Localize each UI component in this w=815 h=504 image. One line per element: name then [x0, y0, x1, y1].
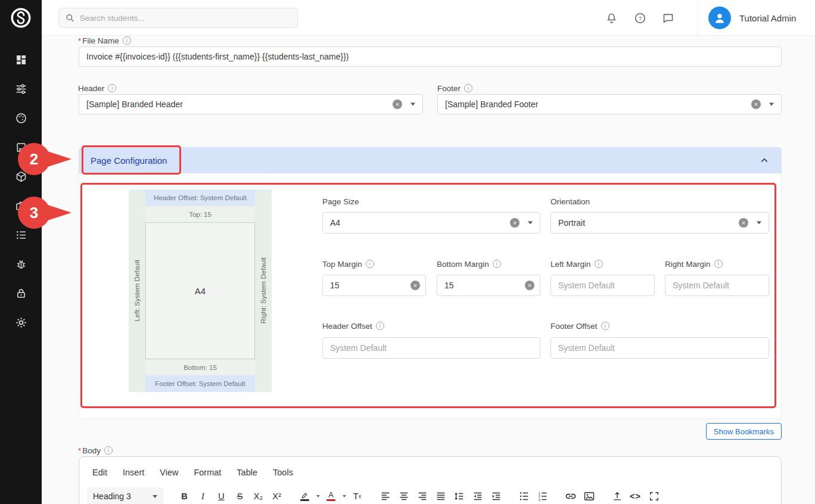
footer-offset-input[interactable] [550, 337, 769, 359]
chevron-down-icon[interactable] [410, 103, 415, 106]
left-margin-input[interactable] [550, 275, 655, 296]
search-input[interactable] [80, 14, 291, 23]
highlight-color-menu[interactable] [314, 487, 322, 504]
text-color-menu[interactable] [340, 487, 348, 504]
clear-icon[interactable]: × [739, 218, 748, 228]
file-name-label: * File Name i [78, 36, 131, 45]
palette-icon [15, 112, 27, 125]
numbered-list-button[interactable]: 1 2 3 [533, 487, 552, 504]
chevron-up-icon[interactable] [759, 155, 770, 166]
info-icon[interactable]: i [601, 322, 609, 330]
chevron-down-icon[interactable] [757, 222, 761, 225]
editor-menubar: Edit Insert View Format Table Tools [79, 461, 781, 484]
list-group: 1 2 3 [515, 487, 552, 504]
align-left-button[interactable] [376, 487, 394, 504]
sidebar-item-lock[interactable] [0, 279, 42, 308]
italic-button[interactable]: I [194, 487, 212, 504]
page-configuration-title: Page Configuration [91, 155, 167, 166]
notifications-button[interactable] [601, 7, 622, 29]
header-label: Header i [78, 83, 116, 93]
outdent-button[interactable] [468, 487, 487, 504]
info-icon[interactable]: i [714, 260, 723, 268]
align-center-icon [399, 491, 409, 502]
page-size-select[interactable]: A4 × [322, 212, 540, 234]
color-group: A Tx [295, 487, 366, 504]
strikethrough-button[interactable]: S [231, 487, 249, 504]
left-margin-label: Left Margini [550, 259, 603, 269]
text-color-button[interactable]: A [322, 487, 340, 504]
menu-view[interactable]: View [160, 468, 178, 477]
person-icon [713, 11, 727, 25]
clear-icon[interactable]: × [393, 99, 402, 109]
header-offset-input[interactable] [322, 337, 540, 359]
align-right-button[interactable] [413, 487, 431, 504]
footer-select[interactable]: [Sample] Branded Footer × [437, 94, 782, 114]
clear-formatting-button[interactable]: Tx [348, 487, 366, 504]
align-right-icon [417, 491, 428, 502]
format-select[interactable]: Heading 3 [87, 487, 163, 504]
clear-icon[interactable]: × [510, 218, 520, 228]
page-configuration-body: Left: System Default Right: System Defau… [79, 173, 782, 419]
menu-edit[interactable]: Edit [92, 468, 107, 477]
link-button[interactable] [561, 487, 580, 504]
show-bookmarks-button[interactable]: Show Bookmarks [706, 423, 782, 440]
menu-insert[interactable]: Insert [123, 468, 144, 477]
menu-format[interactable]: Format [194, 468, 221, 477]
clear-icon[interactable]: × [525, 281, 534, 290]
indent-button[interactable] [487, 487, 505, 504]
sidebar-item-tune[interactable] [0, 74, 42, 104]
avatar[interactable] [708, 7, 731, 29]
clear-icon[interactable]: × [410, 281, 420, 290]
subscript-button[interactable]: X₂ [249, 487, 267, 504]
header-select[interactable]: [Sample] Branded Header × [79, 94, 423, 114]
right-margin-input[interactable] [665, 275, 769, 296]
sidebar-item-settings[interactable] [0, 308, 42, 337]
chevron-down-icon[interactable] [769, 103, 774, 106]
align-center-button[interactable] [394, 487, 413, 504]
editor-toolbar: Heading 3 B I U S X₂ X² [79, 484, 781, 504]
highlighter-icon [301, 491, 309, 499]
sidebar-item-bug-report[interactable] [0, 250, 42, 279]
app-logo[interactable] [0, 0, 42, 36]
superscript-button[interactable]: X² [267, 487, 286, 504]
line-height-button[interactable] [450, 487, 468, 504]
info-icon[interactable]: i [595, 260, 603, 268]
page-configuration-header[interactable]: Page Configuration [79, 147, 782, 173]
source-code-button[interactable]: <> [626, 487, 645, 504]
indent-icon [491, 491, 502, 502]
bold-button[interactable]: B [175, 487, 194, 504]
clear-icon[interactable]: × [751, 99, 761, 109]
orientation-value: Portrait [558, 218, 585, 228]
highlight-color-button[interactable] [295, 487, 314, 504]
tune-icon [15, 83, 27, 95]
info-icon[interactable]: i [104, 446, 113, 455]
menu-tools[interactable]: Tools [273, 468, 293, 477]
underline-button[interactable]: U [212, 487, 231, 504]
highlight-color-swatch [300, 499, 309, 501]
sidebar-item-palette[interactable] [0, 104, 42, 133]
text-style-group: B I U S X₂ X² [175, 487, 286, 504]
file-name-input[interactable] [79, 46, 782, 67]
chevron-down-icon[interactable] [528, 222, 533, 225]
bullet-list-icon [519, 491, 530, 502]
chat-button[interactable] [657, 7, 679, 29]
menu-table[interactable]: Table [237, 468, 257, 477]
info-icon[interactable]: i [108, 84, 116, 92]
insert-image-button[interactable] [580, 487, 598, 504]
body-editor: Edit Insert View Format Table Tools Head… [79, 456, 782, 504]
bullet-list-button[interactable] [515, 487, 533, 504]
info-icon[interactable]: i [376, 322, 384, 330]
sidebar-item-dashboard[interactable] [0, 45, 42, 74]
align-justify-button[interactable] [431, 487, 450, 504]
bell-icon [605, 12, 618, 24]
info-icon[interactable]: i [464, 84, 472, 92]
info-icon[interactable]: i [123, 36, 131, 45]
fullscreen-button[interactable] [645, 487, 663, 504]
help-button[interactable]: ? [629, 7, 651, 29]
info-icon[interactable]: i [366, 260, 374, 268]
profile-section[interactable]: Tutorial Admin [697, 0, 796, 36]
orientation-select[interactable]: Portrait × [550, 212, 769, 234]
info-icon[interactable]: i [493, 260, 501, 268]
search-box[interactable] [58, 8, 298, 28]
upload-button[interactable] [608, 487, 626, 504]
